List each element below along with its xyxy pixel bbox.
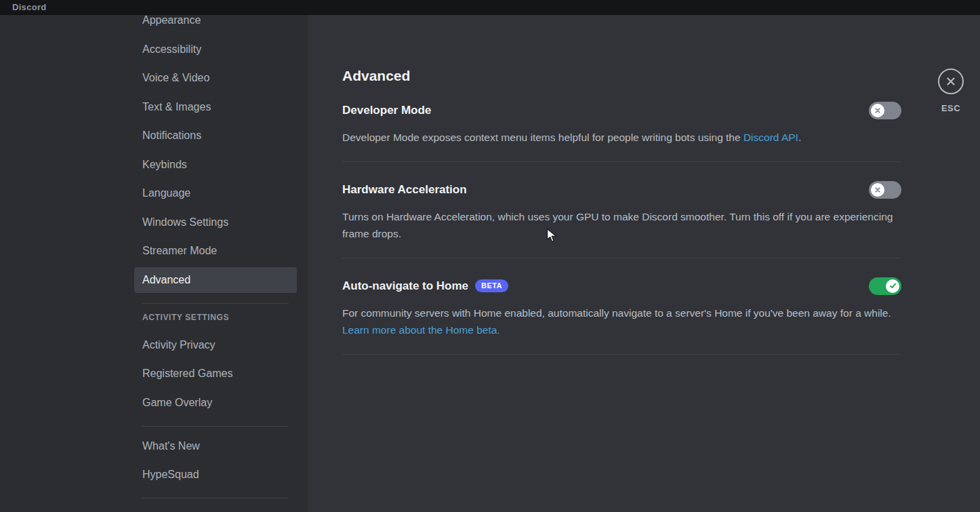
settings-sections: Developer Mode Developer Mode exposes co… xyxy=(342,102,901,355)
sidebar-item-notifications[interactable]: Notifications xyxy=(134,123,297,149)
close-icon xyxy=(944,75,958,88)
app-title: Discord xyxy=(12,2,47,12)
toggle-on-check-icon xyxy=(889,281,897,290)
sidebar-item-label: Advanced xyxy=(142,274,190,286)
sidebar-item-label: Windows Settings xyxy=(142,216,228,229)
close-settings-button[interactable] xyxy=(938,68,964,94)
esc-label: ESC xyxy=(936,103,966,113)
sidebar-item-text-images[interactable]: Text & Images xyxy=(134,94,297,120)
settings-sidebar: AppearanceAccessibilityVoice & VideoText… xyxy=(0,15,308,512)
setting-title: Developer Mode xyxy=(342,104,431,117)
page-title: Advanced xyxy=(342,66,901,85)
setting-description: Turns on Hardware Acceleration, which us… xyxy=(342,208,901,243)
setting-header: Auto-navigate to Home BETA xyxy=(342,277,901,295)
toggle-knob xyxy=(871,104,884,117)
sidebar-item-streamer-mode[interactable]: Streamer Mode xyxy=(134,238,297,264)
advanced-settings-panel: Advanced Developer Mode Developer Mode e… xyxy=(342,66,901,355)
sidebar-item-label: Game Overlay xyxy=(142,397,212,409)
section-divider xyxy=(342,354,901,355)
setting-header: Developer Mode xyxy=(342,102,901,119)
sidebar-item-label: Voice & Video xyxy=(142,72,209,84)
sidebar-item-label: Activity Privacy xyxy=(142,339,216,351)
close-control: ESC xyxy=(936,68,966,113)
sidebar-divider xyxy=(142,426,289,427)
sidebar-item-keybinds[interactable]: Keybinds xyxy=(134,152,297,178)
sidebar-item-registered-games[interactable]: Registered Games xyxy=(134,361,297,387)
description-link[interactable]: Discord API xyxy=(743,132,798,143)
sidebar-item-voice-video[interactable]: Voice & Video xyxy=(134,65,297,91)
sidebar-item-label: Registered Games xyxy=(142,368,232,380)
window-titlebar: Discord xyxy=(0,0,980,15)
sidebar-item-game-overlay[interactable]: Game Overlay xyxy=(134,390,297,416)
sidebar-divider xyxy=(142,303,289,304)
sidebar-item-language[interactable]: Language xyxy=(134,180,297,206)
hardware-acceleration-toggle[interactable] xyxy=(869,181,901,199)
nav-group-activity-settings: Activity PrivacyRegistered GamesGame Ove… xyxy=(134,332,297,416)
description-link[interactable]: Learn more about the Home beta. xyxy=(342,324,500,336)
sidebar-item-label: Language xyxy=(142,187,190,199)
nav-group-misc: What's NewHypeSquad xyxy=(134,433,297,488)
toggle-off-x-icon xyxy=(874,106,882,115)
developer-mode-toggle[interactable] xyxy=(869,102,901,119)
sidebar-item-accessibility[interactable]: Accessibility xyxy=(134,37,297,62)
sidebar-item-label: Keybinds xyxy=(142,159,187,171)
sidebar-item-activity-privacy[interactable]: Activity Privacy xyxy=(134,332,297,358)
setting-description: For community servers with Home enabled,… xyxy=(342,304,901,339)
sidebar-item-label: Notifications xyxy=(142,130,201,142)
nav-category-activity-settings: ACTIVITY SETTINGS xyxy=(134,311,297,324)
sidebar-item-label: Accessibility xyxy=(142,43,201,56)
toggle-off-x-icon xyxy=(874,186,882,194)
setting-title: Auto-navigate to Home xyxy=(342,279,468,293)
sidebar-item-windows-settings[interactable]: Windows Settings xyxy=(134,210,297,235)
toggle-knob xyxy=(871,183,884,197)
sidebar-item-label: Streamer Mode xyxy=(142,245,217,257)
sidebar-item-label: Text & Images xyxy=(142,101,211,113)
setting-header: Hardware Acceleration xyxy=(342,181,901,199)
sidebar-item-hypesquad[interactable]: HypeSquad xyxy=(134,462,297,488)
setting-section-hardware-acceleration: Hardware Acceleration Turns on Hardware … xyxy=(342,162,901,258)
sidebar-item-label: Appearance xyxy=(142,14,201,26)
sidebar-item-label: What's New xyxy=(142,440,200,452)
setting-section-auto-navigate-to-home: Auto-navigate to Home BETA For community… xyxy=(342,258,901,355)
settings-content: Advanced Developer Mode Developer Mode e… xyxy=(308,15,980,512)
discord-settings-window: Discord AppearanceAccessibilityVoice & V… xyxy=(0,0,980,512)
nav-group-user-settings: AppearanceAccessibilityVoice & VideoText… xyxy=(134,7,297,293)
setting-description: Developer Mode exposes context menu item… xyxy=(342,129,901,146)
setting-section-developer-mode: Developer Mode Developer Mode exposes co… xyxy=(342,102,901,162)
sidebar-item-advanced[interactable]: Advanced xyxy=(134,267,297,293)
sidebar-item-label: HypeSquad xyxy=(142,469,199,481)
toggle-knob xyxy=(886,279,899,293)
settings-nav: AppearanceAccessibilityVoice & VideoText… xyxy=(134,7,297,505)
beta-badge: BETA xyxy=(475,279,508,292)
sidebar-divider xyxy=(142,498,289,498)
auto-navigate-to-home-toggle[interactable] xyxy=(869,277,901,295)
setting-title: Hardware Acceleration xyxy=(342,183,467,197)
sidebar-item-what-s-new[interactable]: What's New xyxy=(134,433,297,459)
